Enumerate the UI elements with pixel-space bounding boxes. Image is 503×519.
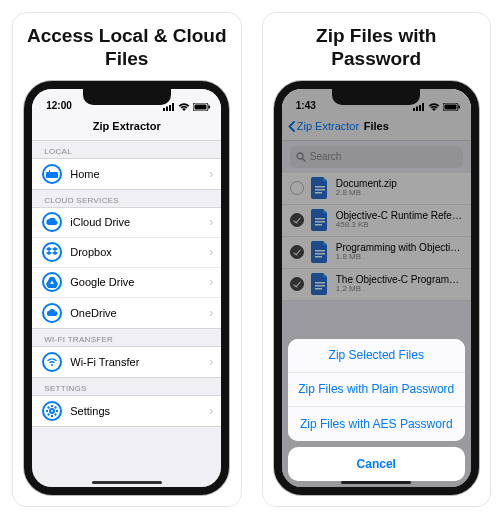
settings-list[interactable]: LOCAL Home › CLOUD SERVICES (32, 141, 221, 487)
nav-back-label: Zip Extractor (297, 120, 359, 132)
wifi-icon (42, 352, 62, 372)
file-row[interactable]: Programming with Objecti…1.8 MB (282, 237, 471, 269)
svg-rect-21 (444, 104, 456, 109)
chevron-right-icon: › (209, 275, 213, 289)
home-indicator[interactable] (92, 481, 162, 484)
chevron-left-icon (288, 121, 295, 132)
selection-circle[interactable] (290, 213, 304, 227)
row-label: iCloud Drive (70, 216, 209, 228)
svg-line-14 (48, 413, 49, 414)
battery-icon (443, 103, 461, 111)
status-time: 12:00 (46, 100, 72, 111)
gear-icon (42, 401, 62, 421)
svg-rect-2 (169, 105, 171, 111)
svg-rect-25 (315, 186, 325, 188)
gdrive-icon (42, 272, 62, 292)
svg-rect-3 (172, 103, 174, 111)
sheet-cancel-button[interactable]: Cancel (288, 447, 465, 481)
row-wifi-transfer[interactable]: Wi-Fi Transfer › (32, 347, 221, 377)
svg-rect-1 (166, 106, 168, 111)
home-indicator[interactable] (341, 481, 411, 484)
svg-rect-18 (419, 105, 421, 111)
chevron-right-icon: › (209, 355, 213, 369)
section-header-cloud: CLOUD SERVICES (32, 190, 221, 207)
nav-bar: Zip Extractor Files (282, 113, 471, 141)
svg-line-12 (48, 406, 49, 407)
battery-icon (193, 103, 211, 111)
svg-rect-34 (315, 282, 325, 284)
chevron-right-icon: › (209, 306, 213, 320)
row-icloud[interactable]: iCloud Drive › (32, 208, 221, 238)
row-gdrive[interactable]: Google Drive › (32, 268, 221, 298)
row-onedrive[interactable]: OneDrive › (32, 298, 221, 328)
nav-title: Zip Extractor (32, 120, 221, 132)
file-size: 1.2 MB (336, 285, 463, 294)
file-size: 458.3 KB (336, 221, 463, 230)
file-row[interactable]: Objective-C Runtime Refe…458.3 KB (282, 205, 471, 237)
file-size: 2.8 MB (336, 189, 463, 198)
row-home[interactable]: Home › (32, 159, 221, 189)
search-input[interactable]: Search (290, 146, 463, 168)
row-label: Settings (70, 405, 209, 417)
svg-rect-36 (315, 288, 322, 290)
row-label: OneDrive (70, 307, 209, 319)
marketing-card-left: Access Local & Cloud Files 12:00 Zip Ext… (12, 12, 242, 507)
status-indicators (163, 103, 211, 111)
wifi-icon (428, 103, 440, 111)
screen: 1:43 Zip Extractor Files Search (282, 89, 471, 487)
row-label: Dropbox (70, 246, 209, 258)
sheet-zip-plain-button[interactable]: Zip Files with Plain Password (288, 373, 465, 407)
card-title: Access Local & Cloud Files (21, 25, 233, 71)
search-icon (296, 152, 306, 162)
doc-icon (310, 209, 330, 231)
nav-back-button[interactable]: Zip Extractor (288, 120, 359, 132)
svg-rect-6 (209, 105, 211, 108)
row-label: Wi-Fi Transfer (70, 356, 209, 368)
status-indicators (413, 103, 461, 111)
row-label: Google Drive (70, 276, 209, 288)
phone-frame: 12:00 Zip Extractor LOCAL Home (24, 81, 229, 495)
svg-rect-29 (315, 221, 325, 223)
selection-circle[interactable] (290, 277, 304, 291)
row-dropbox[interactable]: Dropbox › (32, 238, 221, 268)
cellular-icon (163, 103, 175, 111)
doc-icon (310, 177, 330, 199)
phone-frame: 1:43 Zip Extractor Files Search (274, 81, 479, 495)
svg-rect-26 (315, 189, 325, 191)
row-settings[interactable]: Settings › (32, 396, 221, 426)
chevron-right-icon: › (209, 245, 213, 259)
notch (332, 89, 420, 105)
file-size: 1.8 MB (336, 253, 463, 262)
action-sheet-group: Zip Selected Files Zip Files with Plain … (288, 339, 465, 441)
svg-rect-19 (422, 103, 424, 111)
svg-rect-22 (458, 105, 460, 108)
svg-rect-0 (163, 108, 165, 111)
home-icon (42, 164, 62, 184)
sheet-zip-aes-button[interactable]: Zip Files with AES Password (288, 407, 465, 441)
svg-rect-30 (315, 224, 322, 226)
svg-rect-27 (315, 192, 322, 194)
action-sheet: Zip Selected Files Zip Files with Plain … (288, 339, 465, 481)
svg-rect-5 (195, 104, 207, 109)
row-label: Home (70, 168, 209, 180)
chevron-right-icon: › (209, 404, 213, 418)
svg-rect-32 (315, 253, 325, 255)
section-header-wifi: WI-FI TRANSFER (32, 329, 221, 346)
section-header-local: LOCAL (32, 141, 221, 158)
svg-rect-31 (315, 250, 325, 252)
chevron-right-icon: › (209, 167, 213, 181)
status-time: 1:43 (296, 100, 316, 111)
onedrive-icon (42, 303, 62, 323)
svg-rect-16 (413, 108, 415, 111)
file-row[interactable]: Document.zip2.8 MB (282, 173, 471, 205)
screen: 12:00 Zip Extractor LOCAL Home (32, 89, 221, 487)
svg-line-24 (302, 158, 305, 161)
sheet-zip-selected-button[interactable]: Zip Selected Files (288, 339, 465, 373)
notch (83, 89, 171, 105)
cellular-icon (413, 103, 425, 111)
selection-circle[interactable] (290, 181, 304, 195)
svg-rect-17 (416, 106, 418, 111)
selection-circle[interactable] (290, 245, 304, 259)
cloud-icon (42, 212, 62, 232)
file-row[interactable]: The Objective-C Program…1.2 MB (282, 269, 471, 301)
